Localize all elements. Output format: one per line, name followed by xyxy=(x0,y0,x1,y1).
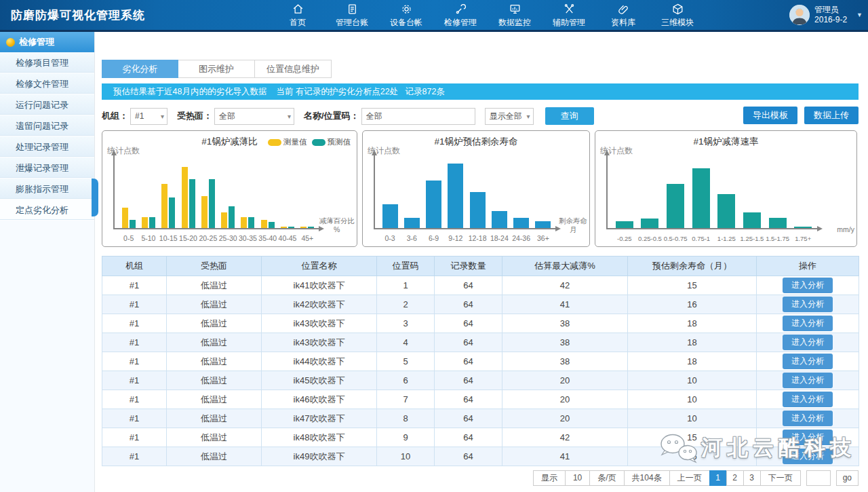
pager-goto-input[interactable] xyxy=(806,470,831,486)
legend-swatch xyxy=(268,139,281,146)
pager-per-page-value[interactable]: 10 xyxy=(565,470,590,486)
nav-label: 检修管理 xyxy=(433,17,488,29)
sidebar-item-4[interactable]: 遗留问题记录 xyxy=(0,115,94,136)
action-cell: 进入分析 xyxy=(757,390,859,409)
table-cell: 2 xyxy=(377,295,435,314)
category-label: 0.75-1 xyxy=(688,235,714,242)
surface-select[interactable]: 全部 xyxy=(214,108,294,125)
sidebar-item-2[interactable]: 检修文件管理 xyxy=(0,73,94,94)
bar xyxy=(169,197,175,228)
pager-page-3[interactable]: 3 xyxy=(743,470,761,486)
legend-label: 测量值 xyxy=(283,137,307,147)
bar xyxy=(667,184,684,228)
table-cell: 低温过 xyxy=(167,447,262,466)
sidebar-header[interactable]: 检修管理 xyxy=(0,32,94,52)
life-cell: 16 xyxy=(628,295,757,314)
table-cell: 低温过 xyxy=(167,314,262,333)
nav-item-gear[interactable]: 设备台帐 xyxy=(379,1,433,29)
export-template-button[interactable]: 导出模板 xyxy=(743,107,797,124)
category-label: 18-24 xyxy=(488,234,510,242)
tab-2[interactable]: 图示维护 xyxy=(178,60,255,78)
table-row: #1低温过ik46吹吹器下7642010进入分析 xyxy=(102,390,859,409)
enter-analysis-button[interactable]: 进入分析 xyxy=(783,430,833,445)
show-all-select[interactable]: 显示全部 xyxy=(485,108,534,125)
query-button[interactable]: 查询 xyxy=(545,107,594,125)
unit-select[interactable]: #1 xyxy=(130,108,167,125)
name-input[interactable] xyxy=(361,108,475,125)
pagination: 显示10条/页共104条上一页123下一页go xyxy=(534,470,859,486)
user-dropdown-caret-icon[interactable]: ▼ xyxy=(856,12,863,18)
sidebar-item-8[interactable]: 定点劣化分析 xyxy=(0,200,94,221)
pager-page-1[interactable]: 1 xyxy=(709,470,727,486)
pager-prev-button[interactable]: 上一页 xyxy=(669,470,710,486)
table-cell: 低温过 xyxy=(167,390,262,409)
category-label: -0.25 xyxy=(612,235,637,242)
enter-analysis-button[interactable]: 进入分析 xyxy=(783,392,833,407)
sidebar-item-5[interactable]: 处理记录管理 xyxy=(0,136,94,157)
nav-item-home[interactable]: 首页 xyxy=(271,1,325,29)
enter-analysis-button[interactable]: 进入分析 xyxy=(783,278,833,293)
table-cell: 64 xyxy=(435,390,502,409)
table-cell: 9 xyxy=(377,428,435,447)
category-labels: 0-33-66-99-1212-1818-2424-3636+ xyxy=(379,234,554,242)
sidebar-item-3[interactable]: 运行问题记录 xyxy=(0,94,94,115)
tab-1[interactable]: 劣化分析 xyxy=(102,60,178,78)
category-label: 24-36 xyxy=(511,234,532,242)
bar xyxy=(382,204,398,228)
bar xyxy=(794,227,812,228)
bar-group xyxy=(714,194,740,228)
bar xyxy=(769,218,787,228)
table-cell: #1 xyxy=(102,352,167,371)
enter-analysis-button[interactable]: 进入分析 xyxy=(783,335,833,350)
enter-analysis-button[interactable]: 进入分析 xyxy=(783,373,833,388)
max-thinning-cell: 20 xyxy=(502,371,628,390)
nav-item-wrench[interactable]: 检修管理 xyxy=(433,1,488,29)
tab-3[interactable]: 位置信息维护 xyxy=(255,60,332,78)
bar-group xyxy=(238,217,258,228)
chart-legend: 测量值预测值 xyxy=(268,137,351,147)
nav-item-paperclip[interactable]: 资料库 xyxy=(596,1,650,29)
bar-group xyxy=(688,168,714,228)
data-upload-button[interactable]: 数据上传 xyxy=(804,107,859,124)
bar-group xyxy=(258,220,277,228)
pager-next-button[interactable]: 下一页 xyxy=(760,470,801,486)
pager-go-button[interactable]: go xyxy=(836,470,859,486)
tools-icon xyxy=(542,3,596,16)
table-row: #1低温过ik43吹吹器下3643818进入分析 xyxy=(102,314,859,333)
sidebar-item-7[interactable]: 膨胀指示管理 xyxy=(0,178,94,200)
bar xyxy=(122,208,128,228)
sidebar-item-6[interactable]: 泄爆记录管理 xyxy=(0,157,94,178)
nav-item-ledger[interactable]: 管理台账 xyxy=(325,1,379,29)
bar xyxy=(221,212,227,228)
bar-group xyxy=(178,167,198,228)
chart-card-1: #1锅炉减薄比测量值预测值统计点数0-55-1010-1515-2020-252… xyxy=(102,130,357,247)
sidebar-item-1[interactable]: 检修项目管理 xyxy=(0,52,94,73)
home-icon xyxy=(271,3,325,16)
table-cell: 64 xyxy=(435,314,502,333)
yellow-ball-icon xyxy=(6,38,15,47)
nav-label: 数据监控 xyxy=(488,17,542,29)
bar xyxy=(281,227,287,228)
enter-analysis-button[interactable]: 进入分析 xyxy=(783,449,833,464)
table-cell: #1 xyxy=(102,314,167,333)
x-axis xyxy=(606,228,820,229)
enter-analysis-button[interactable]: 进入分析 xyxy=(783,354,833,369)
surface-label: 受热面： xyxy=(177,110,212,122)
category-label: 36+ xyxy=(532,234,554,242)
enter-analysis-button[interactable]: 进入分析 xyxy=(783,297,833,312)
enter-analysis-button[interactable]: 进入分析 xyxy=(783,411,833,426)
sidebar-active-indicator xyxy=(92,178,98,216)
nav-item-monitor[interactable]: 数据监控 xyxy=(488,1,542,29)
life-cell: 15 xyxy=(628,276,757,295)
pager-page-2[interactable]: 2 xyxy=(726,470,744,486)
table-cell: 64 xyxy=(435,276,502,295)
max-thinning-cell: 38 xyxy=(502,333,628,352)
monitor-icon xyxy=(488,3,542,16)
enter-analysis-button[interactable]: 进入分析 xyxy=(783,316,833,331)
nav-item-cube[interactable]: 三维模块 xyxy=(650,1,705,29)
bar xyxy=(182,167,188,228)
nav-item-tools[interactable]: 辅助管理 xyxy=(542,1,596,29)
user-block[interactable]: 管理员 2016-9-2 xyxy=(789,5,847,25)
table-cell: 64 xyxy=(435,447,502,466)
bar xyxy=(743,212,761,228)
